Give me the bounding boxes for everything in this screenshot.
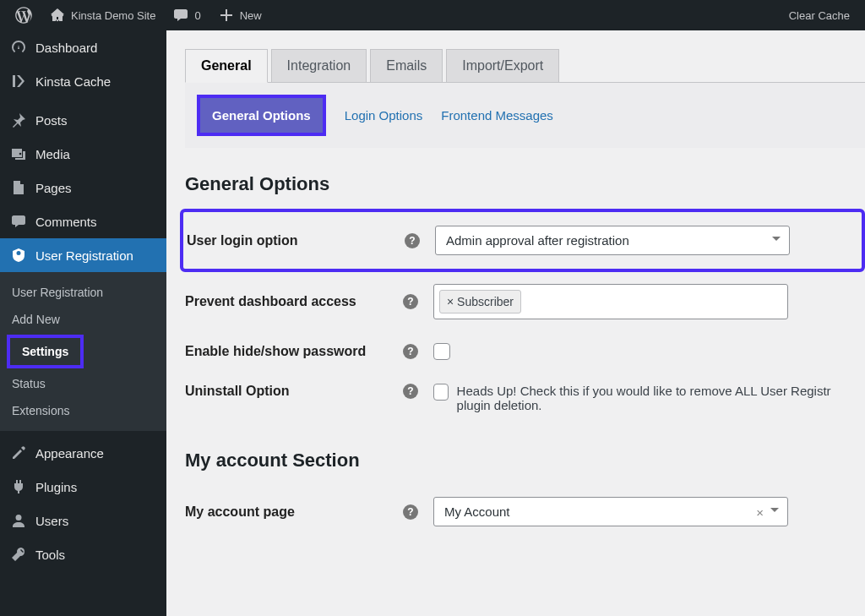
- checkbox-uninstall-option[interactable]: [433, 384, 449, 401]
- new-label: New: [240, 9, 262, 22]
- select-my-account-page[interactable]: My Account ×: [433, 497, 788, 526]
- help-icon[interactable]: ?: [403, 384, 418, 399]
- settings-tabs: General Integration Emails Import/Export: [185, 49, 865, 83]
- tools-icon: [10, 546, 27, 563]
- svg-point-0: [19, 153, 22, 155]
- row-prevent-dashboard: Prevent dashboard access ? × Subscriber: [185, 272, 865, 331]
- subtab-frontend-messages[interactable]: Frontend Messages: [441, 108, 553, 123]
- menu-users[interactable]: Users: [0, 504, 166, 537]
- comments-icon: [10, 213, 27, 230]
- tab-import-export[interactable]: Import/Export: [446, 49, 559, 82]
- submenu-settings[interactable]: Settings: [7, 335, 84, 368]
- label-prevent-dashboard: Prevent dashboard access: [185, 294, 388, 309]
- submenu-status[interactable]: Status: [0, 370, 166, 397]
- user-registration-icon: [10, 247, 27, 264]
- settings-subtabs: General Options Login Options Frontend M…: [185, 83, 865, 148]
- wp-logo[interactable]: [7, 0, 41, 30]
- pages-icon: [10, 179, 27, 196]
- menu-media[interactable]: Media: [0, 137, 166, 171]
- tab-emails[interactable]: Emails: [370, 49, 443, 82]
- label-my-account-page: My account page: [185, 504, 388, 520]
- comments-link[interactable]: 0: [164, 0, 209, 30]
- admin-sidebar: Dashboard Kinsta Cache Posts Media Pages…: [0, 30, 166, 616]
- submenu-user-registration[interactable]: User Registration: [0, 279, 166, 306]
- submenu-extensions[interactable]: Extensions: [0, 397, 166, 424]
- help-icon[interactable]: ?: [403, 344, 418, 359]
- label-user-login-option: User login option: [187, 233, 389, 248]
- pin-icon: [10, 112, 27, 128]
- uninstall-description: Heads Up! Check this if you would like t…: [457, 384, 858, 412]
- tag-subscriber[interactable]: × Subscriber: [439, 290, 521, 313]
- menu-user-registration[interactable]: User Registration: [0, 238, 166, 272]
- row-user-login-option: User login option ? Admin approval after…: [180, 209, 865, 272]
- clear-icon[interactable]: ×: [756, 504, 764, 519]
- row-uninstall-option: Uninstall Option ? Heads Up! Check this …: [185, 372, 865, 424]
- subtab-login-options[interactable]: Login Options: [345, 108, 423, 123]
- help-icon[interactable]: ?: [405, 233, 420, 248]
- tab-general[interactable]: General: [185, 49, 268, 83]
- clear-cache-link[interactable]: Clear Cache: [781, 0, 858, 30]
- user-registration-submenu: User Registration Add New Settings Statu…: [0, 272, 166, 431]
- label-uninstall-option: Uninstall Option: [185, 384, 388, 399]
- media-icon: [10, 145, 27, 162]
- menu-kinsta-cache[interactable]: Kinsta Cache: [0, 64, 166, 98]
- menu-appearance[interactable]: Appearance: [0, 436, 166, 470]
- chevron-down-icon: [770, 508, 779, 516]
- menu-comments[interactable]: Comments: [0, 204, 166, 238]
- kinsta-icon: [10, 73, 27, 90]
- menu-pages[interactable]: Pages: [0, 171, 166, 204]
- menu-plugins[interactable]: Plugins: [0, 470, 166, 504]
- menu-dashboard[interactable]: Dashboard: [0, 30, 166, 64]
- help-icon[interactable]: ?: [403, 294, 418, 309]
- submenu-add-new[interactable]: Add New: [0, 306, 166, 333]
- row-my-account-page: My account page ? My Account ×: [185, 485, 865, 538]
- users-icon: [10, 512, 27, 529]
- menu-tools[interactable]: Tools: [0, 537, 166, 571]
- content-area: General Integration Emails Import/Export…: [166, 30, 865, 616]
- site-title: Kinsta Demo Site: [71, 9, 155, 22]
- site-link[interactable]: Kinsta Demo Site: [41, 0, 164, 30]
- menu-posts[interactable]: Posts: [0, 103, 166, 137]
- appearance-icon: [10, 444, 27, 461]
- help-icon[interactable]: ?: [403, 504, 418, 520]
- plugins-icon: [10, 478, 27, 495]
- dashboard-icon: [10, 39, 27, 56]
- admin-toolbar: Kinsta Demo Site 0 New Clear Cache: [0, 0, 865, 30]
- comment-count: 0: [194, 9, 200, 22]
- select-user-login-option[interactable]: Admin approval after registration: [435, 226, 790, 255]
- chevron-down-icon: [772, 237, 781, 245]
- tab-integration[interactable]: Integration: [271, 49, 367, 82]
- new-content-link[interactable]: New: [209, 0, 270, 30]
- label-hide-show-password: Enable hide/show password: [185, 344, 388, 359]
- section-my-account: My account Section: [185, 450, 865, 472]
- row-hide-show-password: Enable hide/show password ?: [185, 331, 865, 372]
- checkbox-hide-show-password[interactable]: [433, 343, 450, 360]
- subtab-general-options[interactable]: General Options: [197, 95, 326, 136]
- select-prevent-dashboard[interactable]: × Subscriber: [433, 284, 788, 319]
- section-general-options: General Options: [185, 173, 865, 195]
